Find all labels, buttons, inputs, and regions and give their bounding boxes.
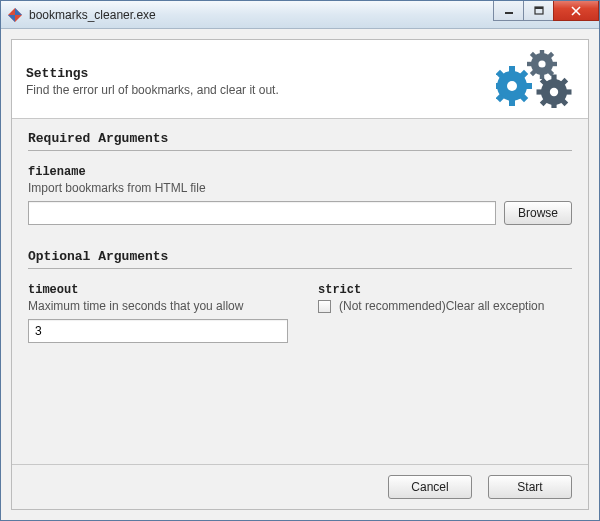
optional-section-title: Optional Arguments — [28, 249, 572, 269]
filename-input[interactable] — [28, 201, 496, 225]
svg-rect-29 — [551, 75, 556, 81]
main-panel: Settings Find the error url of bookmarks… — [11, 39, 589, 510]
strict-label: strict — [318, 283, 572, 297]
timeout-hint: Maximum time in seconds that you allow — [28, 299, 288, 313]
content-area: Required Arguments filename Import bookm… — [12, 119, 588, 464]
svg-rect-9 — [509, 66, 515, 72]
timeout-label: timeout — [28, 283, 288, 297]
svg-point-17 — [507, 81, 517, 91]
svg-rect-31 — [566, 89, 572, 94]
client-area: Settings Find the error url of bookmarks… — [1, 29, 599, 520]
svg-marker-2 — [8, 15, 15, 22]
start-button[interactable]: Start — [488, 475, 572, 499]
svg-rect-5 — [535, 7, 543, 9]
gears-icon — [496, 50, 574, 108]
window-title: bookmarks_cleaner.exe — [29, 8, 156, 22]
strict-checkbox[interactable] — [318, 300, 331, 313]
svg-point-27 — [538, 60, 545, 67]
close-button[interactable] — [553, 1, 599, 21]
footer: Cancel Start — [12, 464, 588, 509]
svg-rect-3 — [505, 12, 513, 14]
svg-point-37 — [550, 88, 558, 96]
strict-text: (Not recommended)Clear all exception — [339, 299, 544, 313]
filename-label: filename — [28, 165, 572, 179]
window-controls — [493, 1, 599, 21]
svg-rect-13 — [509, 100, 515, 106]
minimize-button[interactable] — [493, 1, 523, 21]
svg-rect-33 — [551, 104, 556, 108]
app-window: bookmarks_cleaner.exe Settings Find the … — [0, 0, 600, 521]
page-title: Settings — [26, 66, 279, 81]
cancel-button[interactable]: Cancel — [388, 475, 472, 499]
svg-rect-15 — [496, 83, 498, 89]
browse-button[interactable]: Browse — [504, 201, 572, 225]
svg-rect-11 — [526, 83, 532, 89]
header: Settings Find the error url of bookmarks… — [12, 40, 588, 119]
timeout-input[interactable] — [28, 319, 288, 343]
app-icon — [7, 7, 23, 23]
svg-marker-1 — [15, 8, 22, 15]
svg-rect-21 — [552, 62, 557, 66]
required-section-title: Required Arguments — [28, 131, 572, 151]
filename-hint: Import bookmarks from HTML file — [28, 181, 572, 195]
svg-rect-19 — [540, 50, 544, 54]
svg-rect-35 — [537, 89, 543, 94]
svg-rect-25 — [527, 62, 532, 66]
titlebar: bookmarks_cleaner.exe — [1, 1, 599, 29]
maximize-button[interactable] — [523, 1, 553, 21]
page-description: Find the error url of bookmarks, and cle… — [26, 83, 279, 97]
